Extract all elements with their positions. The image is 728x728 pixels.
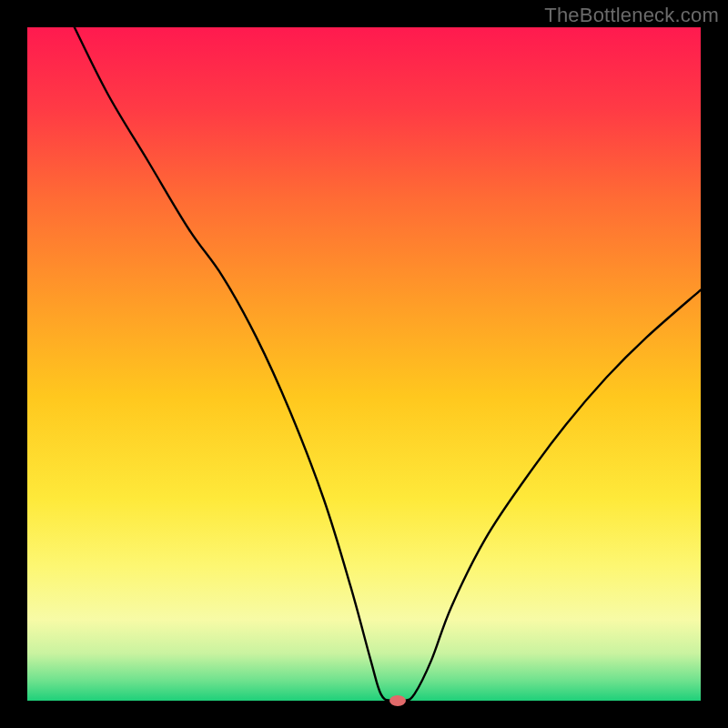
watermark-text: TheBottleneck.com bbox=[544, 4, 719, 27]
optimal-marker bbox=[389, 695, 406, 706]
chart-frame: TheBottleneck.com bbox=[0, 0, 728, 728]
bottleneck-chart bbox=[0, 0, 728, 728]
